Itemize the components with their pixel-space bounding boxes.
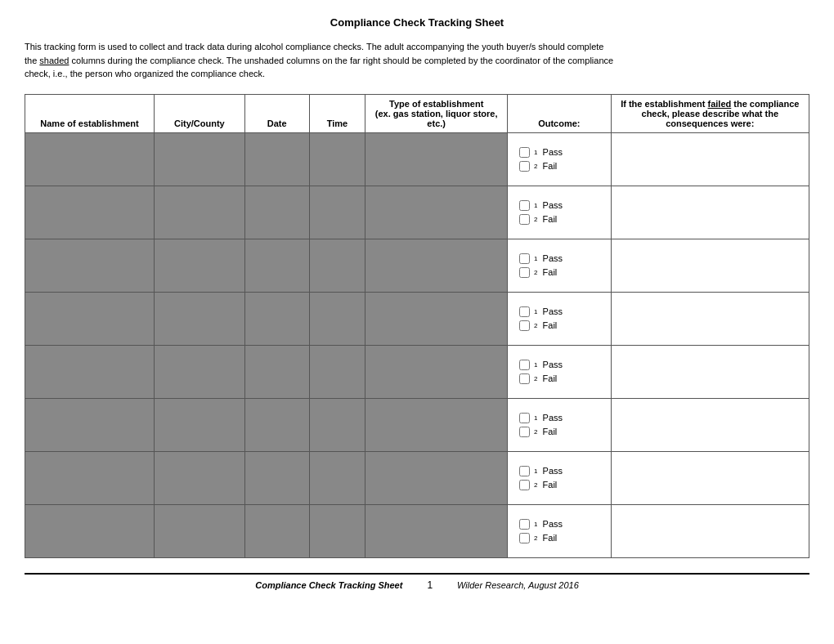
consequences-cell xyxy=(611,345,809,398)
option-label: Pass xyxy=(543,253,563,263)
option-superscript: 2 xyxy=(534,216,537,223)
intro-paragraph: This tracking form is used to collect an… xyxy=(25,40,809,81)
outcome-option-pass[interactable]: 1Pass xyxy=(519,200,605,211)
outcome-cell: 1Pass2Fail xyxy=(508,132,611,186)
footer-rule xyxy=(25,573,809,575)
table-row: 1Pass2Fail xyxy=(25,345,809,398)
footer-page: 1 xyxy=(427,579,433,591)
outcome-option-fail[interactable]: 2Fail xyxy=(519,161,605,172)
shaded-cell xyxy=(244,239,309,292)
shaded-cell xyxy=(155,504,245,557)
consequences-cell xyxy=(611,239,809,292)
fail-checkbox[interactable] xyxy=(519,161,530,172)
pass-checkbox[interactable] xyxy=(519,306,530,317)
shaded-cell xyxy=(25,398,155,451)
shaded-cell xyxy=(25,132,155,186)
option-superscript: 2 xyxy=(534,375,537,382)
pass-checkbox[interactable] xyxy=(519,253,530,264)
outcome-option-fail[interactable]: 2Fail xyxy=(519,480,605,490)
outcome-option-fail[interactable]: 2Fail xyxy=(519,373,605,384)
outcome-option-fail[interactable]: 2Fail xyxy=(519,267,605,278)
option-superscript: 2 xyxy=(534,428,537,436)
outcome-option-pass[interactable]: 1Pass xyxy=(519,253,605,264)
pass-checkbox[interactable] xyxy=(519,413,530,423)
outcome-option-pass[interactable]: 1Pass xyxy=(519,360,605,370)
fail-checkbox[interactable] xyxy=(519,373,530,384)
intro-shaded: shaded xyxy=(39,56,69,65)
outcome-cell: 1Pass2Fail xyxy=(508,292,611,345)
outcome-option-pass[interactable]: 1Pass xyxy=(519,413,605,423)
shaded-cell xyxy=(365,398,508,451)
option-label: Fail xyxy=(543,161,558,171)
shaded-cell xyxy=(244,132,309,186)
consequences-cell xyxy=(611,186,809,239)
consequences-cell xyxy=(611,398,809,451)
header-failed: failed xyxy=(708,99,732,109)
outcome-cell: 1Pass2Fail xyxy=(508,345,611,398)
outcome-option-pass[interactable]: 1Pass xyxy=(519,306,605,317)
shaded-cell xyxy=(25,239,155,292)
table-row: 1Pass2Fail xyxy=(25,292,809,345)
shaded-cell xyxy=(309,504,365,557)
shaded-cell xyxy=(244,345,309,398)
intro-text-1: This tracking form is used to collect an… xyxy=(25,42,603,51)
shaded-cell xyxy=(155,451,245,504)
header-type: Type of establishment (ex. gas station, … xyxy=(365,94,508,132)
shaded-cell xyxy=(155,292,245,345)
fail-checkbox[interactable] xyxy=(519,427,530,437)
shaded-cell xyxy=(25,451,155,504)
fail-checkbox[interactable] xyxy=(519,267,530,278)
option-label: Fail xyxy=(543,214,558,224)
footer: Compliance Check Tracking Sheet 1 Wilder… xyxy=(25,579,809,591)
outcome-option-pass[interactable]: 1Pass xyxy=(519,147,605,158)
shaded-cell xyxy=(155,132,245,186)
option-label: Pass xyxy=(543,466,563,476)
pass-checkbox[interactable] xyxy=(519,466,530,476)
footer-title: Compliance Check Tracking Sheet xyxy=(255,580,402,590)
outcome-cell: 1Pass2Fail xyxy=(508,186,611,239)
outcome-cell: 1Pass2Fail xyxy=(508,451,611,504)
option-superscript: 2 xyxy=(534,322,537,329)
shaded-cell xyxy=(155,345,245,398)
outcome-cell: 1Pass2Fail xyxy=(508,398,611,451)
shaded-cell xyxy=(365,451,508,504)
intro-text-2: the xyxy=(25,56,39,65)
outcome-option-pass[interactable]: 1Pass xyxy=(519,519,605,530)
fail-checkbox[interactable] xyxy=(519,480,530,490)
option-superscript: 1 xyxy=(534,467,537,475)
outcome-option-pass[interactable]: 1Pass xyxy=(519,466,605,476)
shaded-cell xyxy=(244,504,309,557)
shaded-cell xyxy=(365,345,508,398)
shaded-cell xyxy=(365,239,508,292)
option-superscript: 1 xyxy=(534,414,537,422)
fail-checkbox[interactable] xyxy=(519,214,530,225)
option-label: Pass xyxy=(543,306,563,316)
tracking-table: Name of establishment City/County Date T… xyxy=(25,94,809,558)
shaded-cell xyxy=(309,239,365,292)
table-row: 1Pass2Fail xyxy=(25,239,809,292)
outcome-option-fail[interactable]: 2Fail xyxy=(519,427,605,437)
pass-checkbox[interactable] xyxy=(519,360,530,370)
outcome-option-fail[interactable]: 2Fail xyxy=(519,320,605,331)
option-label: Fail xyxy=(543,320,558,330)
option-label: Pass xyxy=(543,360,563,369)
pass-checkbox[interactable] xyxy=(519,147,530,158)
option-superscript: 1 xyxy=(534,308,537,315)
shaded-cell xyxy=(155,398,245,451)
shaded-cell xyxy=(244,292,309,345)
shaded-cell xyxy=(309,292,365,345)
shaded-cell xyxy=(309,398,365,451)
outcome-option-fail[interactable]: 2Fail xyxy=(519,533,605,543)
option-superscript: 1 xyxy=(534,521,537,528)
fail-checkbox[interactable] xyxy=(519,320,530,331)
header-row: Name of establishment City/County Date T… xyxy=(25,94,809,132)
outcome-option-fail[interactable]: 2Fail xyxy=(519,214,605,225)
shaded-cell xyxy=(309,345,365,398)
fail-checkbox[interactable] xyxy=(519,533,530,543)
shaded-cell xyxy=(25,504,155,557)
pass-checkbox[interactable] xyxy=(519,519,530,530)
pass-checkbox[interactable] xyxy=(519,200,530,211)
option-label: Pass xyxy=(543,519,563,529)
shaded-cell xyxy=(244,398,309,451)
option-superscript: 2 xyxy=(534,163,537,170)
